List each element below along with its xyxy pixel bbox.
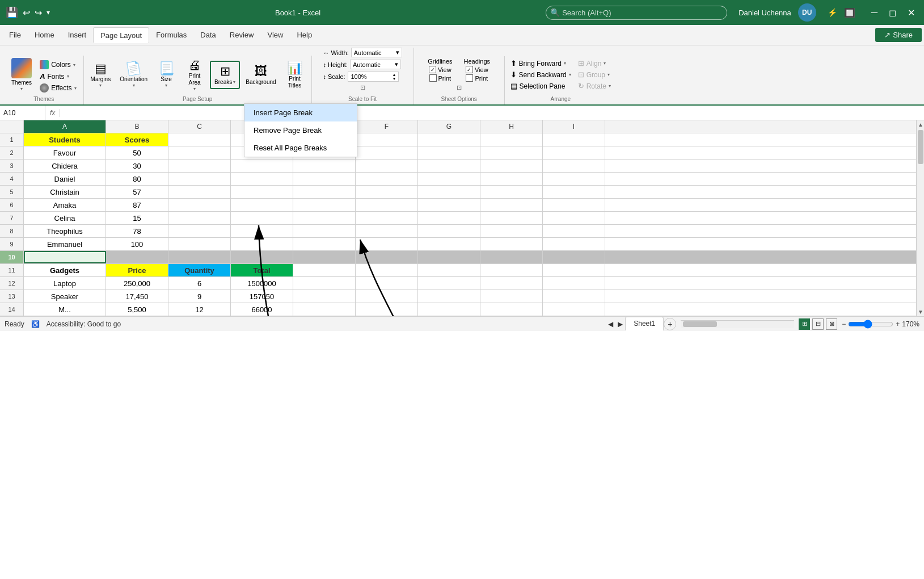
cell-c11[interactable]: Quantity: [168, 264, 231, 276]
cell-f8[interactable]: [356, 225, 418, 237]
row-num-9[interactable]: 9: [0, 238, 24, 250]
cell-a7[interactable]: Celina: [24, 212, 106, 224]
vertical-scrollbar[interactable]: ▲ ▼: [916, 120, 924, 316]
cell-e11[interactable]: [293, 264, 356, 276]
headings-print-check[interactable]: [466, 74, 473, 82]
cell-b6[interactable]: 87: [106, 199, 168, 211]
cell-h9[interactable]: [480, 238, 543, 250]
scale-input[interactable]: 100% ▲▼: [348, 72, 399, 82]
cell-f1[interactable]: [356, 133, 418, 146]
cell-c9[interactable]: [168, 238, 231, 250]
cell-i9[interactable]: [543, 238, 605, 250]
cell-h14[interactable]: [480, 303, 543, 316]
cell-b4[interactable]: 80: [106, 173, 168, 185]
cell-f13[interactable]: [356, 290, 418, 303]
cell-d10[interactable]: [231, 251, 293, 263]
cell-g11[interactable]: [418, 264, 480, 276]
scroll-thumb-h[interactable]: [683, 321, 717, 327]
cell-i7[interactable]: [543, 212, 605, 224]
cell-a4[interactable]: Daniel: [24, 173, 106, 185]
row-num-8[interactable]: 8: [0, 225, 24, 237]
cell-a5[interactable]: Christain: [24, 186, 106, 198]
row-num-7[interactable]: 7: [0, 212, 24, 224]
menu-insert[interactable]: Insert: [61, 27, 94, 43]
cell-g1[interactable]: [418, 133, 480, 146]
cell-c4[interactable]: [168, 173, 231, 185]
cell-h3[interactable]: [480, 160, 543, 172]
cell-c6[interactable]: [168, 199, 231, 211]
scroll-thumb-v[interactable]: [918, 130, 923, 164]
cell-d14[interactable]: 66000: [231, 303, 293, 316]
menu-page-layout[interactable]: Page Layout: [93, 27, 149, 43]
cell-a10[interactable]: [24, 251, 106, 263]
cell-f10[interactable]: [356, 251, 418, 263]
cell-c14[interactable]: 12: [168, 303, 231, 316]
cell-b13[interactable]: 17,450: [106, 290, 168, 303]
group-button[interactable]: ⊡ Group ▾: [576, 69, 613, 80]
cell-g8[interactable]: [418, 225, 480, 237]
restore-icon[interactable]: 🔲: [844, 7, 855, 18]
cell-b9[interactable]: 100: [106, 238, 168, 250]
name-box[interactable]: A10: [0, 106, 45, 120]
breaks-button[interactable]: ⊞ Breaks ▾: [210, 61, 240, 89]
row-num-6[interactable]: 6: [0, 199, 24, 211]
cell-f9[interactable]: [356, 238, 418, 250]
page-break-view-btn[interactable]: ⊠: [826, 318, 837, 330]
cell-i12[interactable]: [543, 277, 605, 290]
cell-a12[interactable]: Laptop: [24, 277, 106, 290]
cell-b5[interactable]: 57: [106, 186, 168, 198]
cell-a14[interactable]: M...: [24, 303, 106, 316]
cell-b7[interactable]: 15: [106, 212, 168, 224]
cell-i11[interactable]: [543, 264, 605, 276]
cell-e5[interactable]: [293, 186, 356, 198]
row-num-14[interactable]: 14: [0, 303, 24, 316]
cell-b10[interactable]: [106, 251, 168, 263]
insert-page-break-item[interactable]: Insert Page Break: [244, 104, 357, 121]
cell-f14[interactable]: [356, 303, 418, 316]
effects-button[interactable]: Effects ▾: [36, 82, 79, 94]
cell-i5[interactable]: [543, 186, 605, 198]
cell-e6[interactable]: [293, 199, 356, 211]
row-num-4[interactable]: 4: [0, 173, 24, 185]
cell-e8[interactable]: [293, 225, 356, 237]
row-num-1[interactable]: 1: [0, 133, 24, 146]
cell-a13[interactable]: Speaker: [24, 290, 106, 303]
cell-g10[interactable]: [418, 251, 480, 263]
sheet-options-expand-icon[interactable]: ⊡: [457, 84, 462, 91]
cell-h8[interactable]: [480, 225, 543, 237]
col-header-c[interactable]: C: [168, 120, 231, 133]
cell-a8[interactable]: Theophilus: [24, 225, 106, 237]
row-num-11[interactable]: 11: [0, 264, 24, 276]
cell-d3[interactable]: [231, 160, 293, 172]
zoom-out-btn[interactable]: −: [842, 320, 846, 328]
cell-b3[interactable]: 30: [106, 160, 168, 172]
align-button[interactable]: ⊞ Align ▾: [576, 58, 613, 69]
cell-a6[interactable]: Amaka: [24, 199, 106, 211]
headings-view-check[interactable]: ✓: [466, 66, 473, 73]
cell-e4[interactable]: [293, 173, 356, 185]
menu-file[interactable]: File: [2, 27, 28, 43]
cell-h13[interactable]: [480, 290, 543, 303]
close-btn[interactable]: ✕: [904, 6, 918, 19]
row-num-3[interactable]: 3: [0, 160, 24, 172]
cell-f3[interactable]: [356, 160, 418, 172]
cell-g3[interactable]: [418, 160, 480, 172]
cell-b1[interactable]: Scores: [106, 133, 168, 146]
cell-h5[interactable]: [480, 186, 543, 198]
col-header-h[interactable]: H: [480, 120, 543, 133]
cell-d4[interactable]: [231, 173, 293, 185]
menu-formulas[interactable]: Formulas: [149, 27, 193, 43]
cell-f4[interactable]: [356, 173, 418, 185]
cell-i4[interactable]: [543, 173, 605, 185]
cell-h2[interactable]: [480, 146, 543, 159]
page-layout-view-btn[interactable]: ⊟: [812, 318, 824, 330]
cell-i6[interactable]: [543, 199, 605, 211]
cell-f7[interactable]: [356, 212, 418, 224]
cell-d6[interactable]: [231, 199, 293, 211]
cell-c1[interactable]: [168, 133, 231, 146]
cell-d11[interactable]: Total: [231, 264, 293, 276]
cell-g7[interactable]: [418, 212, 480, 224]
cell-a9[interactable]: Emmanuel: [24, 238, 106, 250]
cell-g5[interactable]: [418, 186, 480, 198]
col-header-a[interactable]: A: [24, 120, 106, 133]
